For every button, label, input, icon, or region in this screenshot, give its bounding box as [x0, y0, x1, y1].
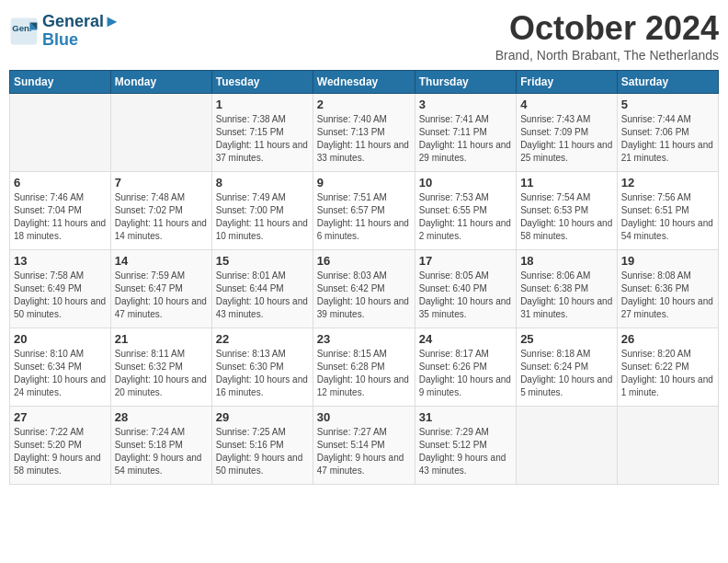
- calendar-cell: 5Sunrise: 7:44 AMSunset: 7:06 PMDaylight…: [617, 94, 718, 172]
- day-info: Sunrise: 7:53 AMSunset: 6:55 PMDaylight:…: [419, 191, 512, 243]
- weekday-header-sunday: Sunday: [10, 71, 111, 94]
- day-number: 25: [520, 332, 613, 346]
- calendar-cell: 13Sunrise: 7:58 AMSunset: 6:49 PMDayligh…: [10, 250, 111, 328]
- day-number: 30: [317, 410, 411, 424]
- day-number: 17: [419, 254, 512, 268]
- day-number: 26: [621, 332, 714, 346]
- day-info: Sunrise: 7:41 AMSunset: 7:11 PMDaylight:…: [419, 113, 512, 165]
- weekday-header-thursday: Thursday: [415, 71, 516, 94]
- day-number: 5: [621, 98, 714, 111]
- day-number: 20: [14, 332, 107, 346]
- day-info: Sunrise: 7:59 AMSunset: 6:47 PMDaylight:…: [115, 270, 208, 321]
- week-row-3: 13Sunrise: 7:58 AMSunset: 6:49 PMDayligh…: [10, 250, 719, 328]
- day-number: 31: [419, 410, 512, 424]
- day-info: Sunrise: 7:46 AMSunset: 7:04 PMDaylight:…: [14, 191, 107, 243]
- calendar-cell: 22Sunrise: 8:13 AMSunset: 6:30 PMDayligh…: [211, 328, 313, 407]
- calendar-cell: 19Sunrise: 8:08 AMSunset: 6:36 PMDayligh…: [617, 250, 718, 328]
- svg-text:Gen.: Gen.: [12, 23, 31, 33]
- day-number: 24: [419, 332, 512, 346]
- day-info: Sunrise: 8:15 AMSunset: 6:28 PMDaylight:…: [317, 348, 411, 399]
- week-row-1: 1Sunrise: 7:38 AMSunset: 7:15 PMDaylight…: [10, 94, 719, 172]
- calendar-cell: 23Sunrise: 8:15 AMSunset: 6:28 PMDayligh…: [313, 328, 415, 407]
- day-info: Sunrise: 7:29 AMSunset: 5:12 PMDaylight:…: [419, 426, 512, 477]
- page-header: Gen. General► Blue October 2024 Brand, N…: [9, 9, 719, 63]
- day-info: Sunrise: 8:18 AMSunset: 6:24 PMDaylight:…: [520, 348, 613, 399]
- weekday-header-saturday: Saturday: [617, 71, 718, 94]
- day-number: 21: [115, 332, 208, 346]
- day-number: 16: [317, 254, 411, 268]
- day-info: Sunrise: 7:44 AMSunset: 7:06 PMDaylight:…: [621, 113, 714, 165]
- calendar-cell: 2Sunrise: 7:40 AMSunset: 7:13 PMDaylight…: [313, 94, 415, 172]
- day-info: Sunrise: 7:22 AMSunset: 5:20 PMDaylight:…: [14, 426, 107, 477]
- calendar-cell: 4Sunrise: 7:43 AMSunset: 7:09 PMDaylight…: [517, 94, 618, 172]
- day-info: Sunrise: 8:06 AMSunset: 6:38 PMDaylight:…: [520, 270, 613, 321]
- day-number: 28: [115, 410, 208, 424]
- day-number: 13: [14, 254, 107, 268]
- calendar-cell: [517, 407, 618, 485]
- day-number: 2: [317, 98, 411, 111]
- calendar-cell: 17Sunrise: 8:05 AMSunset: 6:40 PMDayligh…: [415, 250, 516, 328]
- day-number: 18: [520, 254, 613, 268]
- location: Brand, North Brabant, The Netherlands: [495, 48, 719, 63]
- weekday-header-monday: Monday: [110, 71, 211, 94]
- day-info: Sunrise: 8:17 AMSunset: 6:26 PMDaylight:…: [419, 348, 512, 399]
- day-number: 3: [419, 98, 512, 111]
- weekday-header-friday: Friday: [517, 71, 618, 94]
- calendar-cell: 21Sunrise: 8:11 AMSunset: 6:32 PMDayligh…: [110, 328, 211, 407]
- day-info: Sunrise: 7:43 AMSunset: 7:09 PMDaylight:…: [520, 113, 613, 165]
- calendar-cell: 27Sunrise: 7:22 AMSunset: 5:20 PMDayligh…: [10, 407, 111, 485]
- day-info: Sunrise: 8:05 AMSunset: 6:40 PMDaylight:…: [419, 270, 512, 321]
- day-number: 22: [216, 332, 309, 346]
- day-number: 15: [216, 254, 309, 268]
- day-info: Sunrise: 7:38 AMSunset: 7:15 PMDaylight:…: [216, 113, 309, 165]
- calendar-cell: 15Sunrise: 8:01 AMSunset: 6:44 PMDayligh…: [211, 250, 313, 328]
- day-info: Sunrise: 8:20 AMSunset: 6:22 PMDaylight:…: [621, 348, 714, 399]
- logo-text: General► Blue: [42, 13, 120, 50]
- day-number: 14: [115, 254, 208, 268]
- calendar-cell: 11Sunrise: 7:54 AMSunset: 6:53 PMDayligh…: [517, 172, 618, 250]
- day-number: 7: [115, 176, 208, 190]
- day-info: Sunrise: 8:08 AMSunset: 6:36 PMDaylight:…: [621, 270, 714, 321]
- logo-icon: Gen.: [9, 17, 39, 46]
- calendar-cell: 28Sunrise: 7:24 AMSunset: 5:18 PMDayligh…: [110, 407, 211, 485]
- calendar-cell: 8Sunrise: 7:49 AMSunset: 7:00 PMDaylight…: [211, 172, 313, 250]
- month-title: October 2024: [495, 9, 719, 48]
- day-info: Sunrise: 7:49 AMSunset: 7:00 PMDaylight:…: [216, 191, 309, 243]
- calendar-cell: 20Sunrise: 8:10 AMSunset: 6:34 PMDayligh…: [10, 328, 111, 407]
- day-info: Sunrise: 7:24 AMSunset: 5:18 PMDaylight:…: [115, 426, 208, 477]
- weekday-header-tuesday: Tuesday: [211, 71, 313, 94]
- day-number: 12: [621, 176, 714, 190]
- day-info: Sunrise: 8:13 AMSunset: 6:30 PMDaylight:…: [216, 348, 309, 399]
- calendar-table: SundayMondayTuesdayWednesdayThursdayFrid…: [9, 70, 719, 485]
- day-number: 27: [14, 410, 107, 424]
- calendar-cell: 14Sunrise: 7:59 AMSunset: 6:47 PMDayligh…: [110, 250, 211, 328]
- calendar-cell: 31Sunrise: 7:29 AMSunset: 5:12 PMDayligh…: [415, 407, 516, 485]
- day-info: Sunrise: 8:01 AMSunset: 6:44 PMDaylight:…: [216, 270, 309, 321]
- calendar-cell: 18Sunrise: 8:06 AMSunset: 6:38 PMDayligh…: [517, 250, 618, 328]
- day-info: Sunrise: 7:58 AMSunset: 6:49 PMDaylight:…: [14, 270, 107, 321]
- day-number: 10: [419, 176, 512, 190]
- calendar-cell: 24Sunrise: 8:17 AMSunset: 6:26 PMDayligh…: [415, 328, 516, 407]
- calendar-cell: [617, 407, 718, 485]
- day-number: 29: [216, 410, 309, 424]
- day-info: Sunrise: 7:56 AMSunset: 6:51 PMDaylight:…: [621, 191, 714, 243]
- weekday-header-wednesday: Wednesday: [313, 71, 415, 94]
- day-number: 4: [520, 98, 613, 111]
- calendar-cell: 26Sunrise: 8:20 AMSunset: 6:22 PMDayligh…: [617, 328, 718, 407]
- day-info: Sunrise: 7:27 AMSunset: 5:14 PMDaylight:…: [317, 426, 411, 477]
- logo: Gen. General► Blue: [9, 13, 120, 50]
- calendar-cell: 6Sunrise: 7:46 AMSunset: 7:04 PMDaylight…: [10, 172, 111, 250]
- calendar-cell: 29Sunrise: 7:25 AMSunset: 5:16 PMDayligh…: [211, 407, 313, 485]
- day-info: Sunrise: 8:11 AMSunset: 6:32 PMDaylight:…: [115, 348, 208, 399]
- day-info: Sunrise: 8:10 AMSunset: 6:34 PMDaylight:…: [14, 348, 107, 399]
- day-info: Sunrise: 7:25 AMSunset: 5:16 PMDaylight:…: [216, 426, 309, 477]
- day-number: 6: [14, 176, 107, 190]
- day-number: 19: [621, 254, 714, 268]
- day-info: Sunrise: 7:48 AMSunset: 7:02 PMDaylight:…: [115, 191, 208, 243]
- week-row-2: 6Sunrise: 7:46 AMSunset: 7:04 PMDaylight…: [10, 172, 719, 250]
- day-info: Sunrise: 7:51 AMSunset: 6:57 PMDaylight:…: [317, 191, 411, 243]
- day-number: 1: [216, 98, 309, 111]
- day-number: 23: [317, 332, 411, 346]
- calendar-cell: [110, 94, 211, 172]
- calendar-cell: 25Sunrise: 8:18 AMSunset: 6:24 PMDayligh…: [517, 328, 618, 407]
